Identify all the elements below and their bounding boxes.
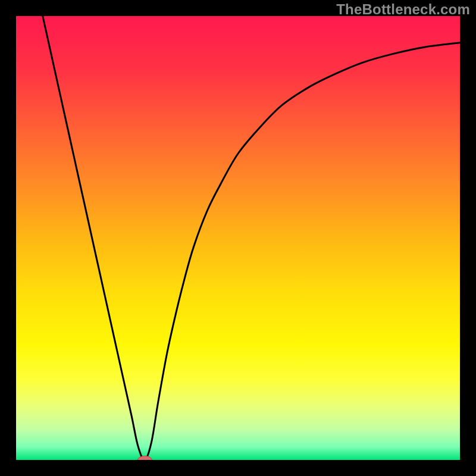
watermark-text: TheBottleneck.com [336, 1, 470, 18]
chart-outer-frame: TheBottleneck.com [0, 0, 476, 476]
chart-plot-area [16, 16, 460, 460]
chart-svg [16, 16, 460, 460]
gradient-background [16, 16, 460, 460]
